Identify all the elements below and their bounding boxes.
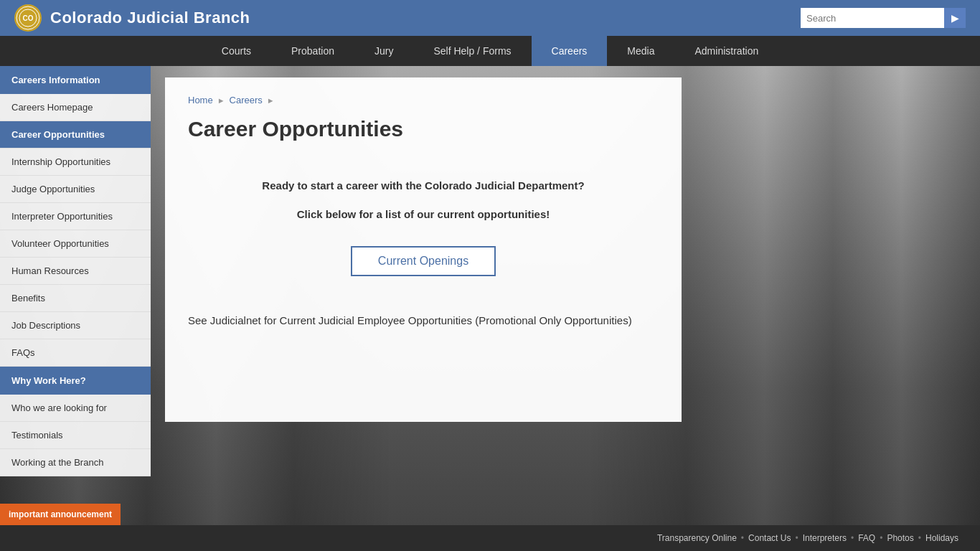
main-nav: Courts Probation Jury Self Help / Forms … [0, 36, 980, 66]
search-input[interactable] [801, 8, 944, 28]
search-button[interactable]: ▶ [944, 8, 966, 28]
current-openings-button[interactable]: Current Openings [351, 246, 496, 276]
footer-sep-2: • [795, 533, 798, 543]
sidebar-item-faqs[interactable]: FAQs [0, 339, 151, 367]
nav-item-jury[interactable]: Jury [354, 36, 413, 66]
site-title: Colorado Judicial Branch [50, 9, 250, 27]
nav-item-media[interactable]: Media [607, 36, 674, 66]
sidebar-item-who-we-are-looking-for[interactable]: Who we are looking for [0, 395, 151, 422]
breadcrumb: Home ► Careers ► [188, 95, 659, 105]
footer-sep-5: • [918, 533, 921, 543]
breadcrumb-home[interactable]: Home [188, 95, 213, 105]
footer-link-transparency[interactable]: Transparency Online [657, 533, 737, 543]
search-bar: ▶ [801, 8, 966, 28]
footer-sep-4: • [880, 533, 882, 543]
sidebar-item-testimonials[interactable]: Testimonials [0, 422, 151, 449]
content-body: Ready to start a career with the Colorad… [188, 163, 659, 355]
site-header: CO Colorado Judicial Branch ▶ [0, 0, 980, 36]
intro-text-2: Click below for a list of our current op… [188, 206, 659, 223]
page-title: Career Opportunities [188, 117, 659, 141]
sidebar-item-working-at-branch[interactable]: Working at the Branch [0, 449, 151, 476]
footer-link-contact[interactable]: Contact Us [748, 533, 791, 543]
footer-link-faq[interactable]: FAQ [858, 533, 875, 543]
sidebar: Careers Information Careers Homepage Car… [0, 66, 151, 525]
content-card: Home ► Careers ► Career Opportunities Re… [165, 77, 682, 422]
breadcrumb-arrow-2: ► [267, 96, 275, 105]
footer-link-holidays[interactable]: Holidays [925, 533, 958, 543]
main-content: Home ► Careers ► Career Opportunities Re… [151, 66, 980, 525]
footer-link-photos[interactable]: Photos [887, 533, 913, 543]
nav-item-administration[interactable]: Administration [675, 36, 779, 66]
sidebar-item-benefits[interactable]: Benefits [0, 285, 151, 312]
sidebar-item-human-resources[interactable]: Human Resources [0, 258, 151, 285]
judicialnet-note: See Judicialnet for Current Judicial Emp… [188, 312, 659, 329]
footer-link-interpreters[interactable]: Interpreters [803, 533, 847, 543]
sidebar-item-careers-homepage[interactable]: Careers Homepage [0, 94, 151, 121]
footer-sep-3: • [851, 533, 854, 543]
sidebar-section-careers-info[interactable]: Careers Information [0, 66, 151, 94]
sidebar-section-why-work[interactable]: Why Work Here? [0, 367, 151, 395]
sidebar-item-volunteer-opportunities[interactable]: Volunteer Opportunities [0, 230, 151, 258]
sidebar-item-job-descriptions[interactable]: Job Descriptions [0, 312, 151, 339]
page-body: Careers Information Careers Homepage Car… [0, 66, 980, 525]
intro-text-1: Ready to start a career with the Colorad… [188, 177, 659, 194]
sidebar-item-interpreter-opportunities[interactable]: Interpreter Opportunities [0, 203, 151, 230]
nav-item-careers[interactable]: Careers [532, 36, 608, 66]
breadcrumb-careers[interactable]: Careers [230, 95, 263, 105]
nav-item-courts[interactable]: Courts [202, 36, 271, 66]
sidebar-item-judge-opportunities[interactable]: Judge Opportunities [0, 176, 151, 203]
sidebar-item-career-opportunities[interactable]: Career Opportunities [0, 121, 151, 149]
site-footer: Transparency Online • Contact Us • Inter… [0, 525, 980, 551]
announcement-bar[interactable]: important announcement [0, 504, 121, 525]
svg-text:CO: CO [23, 14, 34, 22]
logo-icon: CO [14, 4, 42, 32]
sidebar-item-internship-opportunities[interactable]: Internship Opportunities [0, 149, 151, 176]
header-logo: CO Colorado Judicial Branch [14, 4, 250, 32]
footer-sep-1: • [741, 533, 744, 543]
nav-item-selfhelp[interactable]: Self Help / Forms [413, 36, 531, 66]
nav-item-probation[interactable]: Probation [271, 36, 354, 66]
breadcrumb-arrow-1: ► [217, 96, 225, 105]
